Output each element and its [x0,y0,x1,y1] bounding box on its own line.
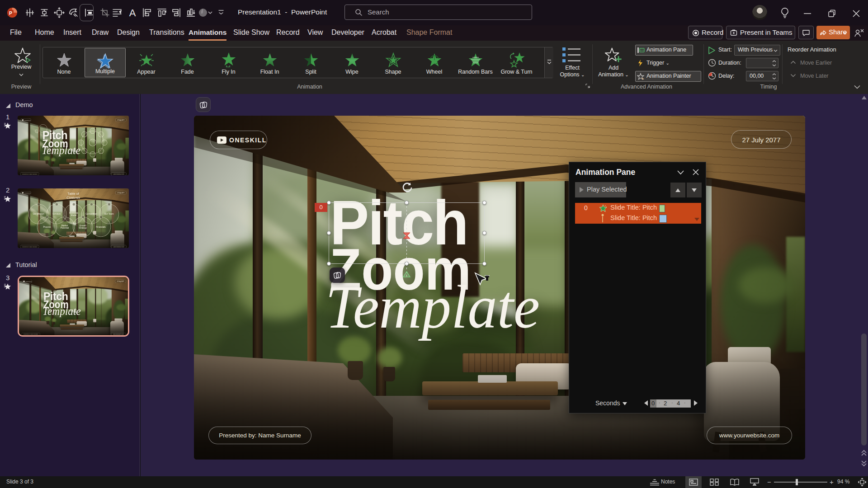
svg-text:A: A [129,7,136,19]
svg-text:P: P [9,10,12,16]
